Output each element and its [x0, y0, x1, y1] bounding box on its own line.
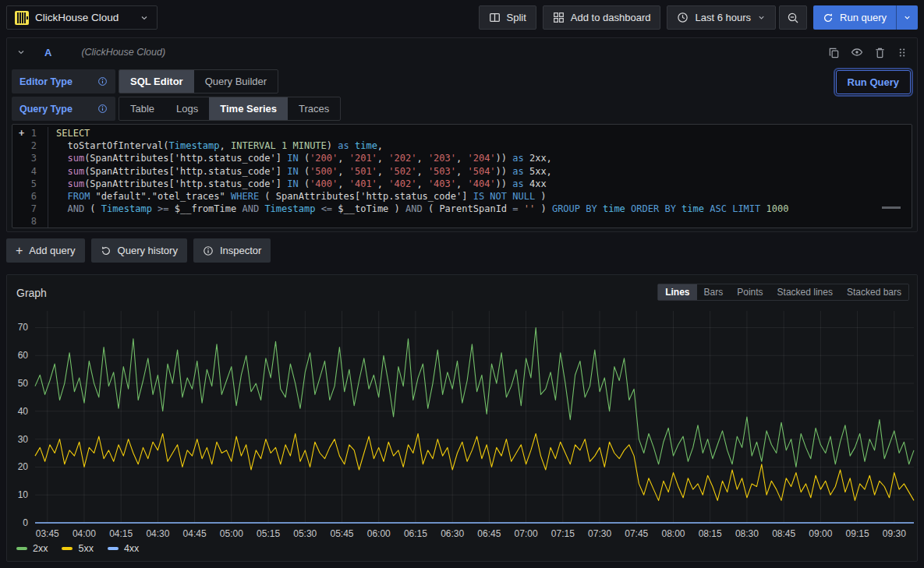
query-history-button[interactable]: Query history [91, 238, 187, 263]
time-series-chart[interactable]: 01020304050607003:4504:0004:1504:3004:45… [7, 275, 917, 561]
explore-page: ClickHouse Cloud Split Add to dashboard … [0, 0, 924, 568]
glyph-plus-icon[interactable]: + [19, 127, 24, 139]
chevron-down-icon [757, 13, 766, 22]
inspector-button[interactable]: Inspector [193, 238, 271, 263]
svg-text:05:45: 05:45 [330, 528, 353, 539]
query-type-row: Query Type TableLogsTime SeriesTraces [12, 97, 341, 121]
add-query-button[interactable]: + Add query [6, 238, 85, 263]
legend-swatch [108, 547, 119, 550]
clock-icon [677, 12, 689, 23]
svg-text:08:00: 08:00 [661, 528, 685, 539]
plus-icon: + [16, 245, 23, 257]
add-query-label: Add query [29, 245, 75, 256]
graph-panel: Graph LinesBarsPointsStacked linesStacke… [6, 274, 918, 562]
svg-text:05:00: 05:00 [220, 528, 243, 539]
inspector-label: Inspector [220, 245, 261, 256]
duplicate-icon[interactable] [828, 47, 840, 58]
sql-line-7[interactable]: 7 AND ( Timestamp >= $__fromTime AND Tim… [12, 203, 912, 215]
svg-text:07:15: 07:15 [551, 528, 575, 539]
query-row-actions [828, 46, 908, 58]
svg-text:06:45: 06:45 [477, 528, 501, 539]
info-circle-icon[interactable] [97, 104, 108, 114]
run-query-dropdown-button[interactable] [896, 5, 918, 30]
svg-text:07:00: 07:00 [515, 528, 538, 539]
info-circle-icon [203, 245, 214, 256]
query-datasource-hint: (ClickHouse Cloud) [81, 47, 165, 58]
sql-line-1[interactable]: +1SELECT [12, 127, 912, 139]
line-number: 4 [12, 165, 48, 178]
history-icon [101, 245, 112, 256]
legend-label: 4xx [124, 543, 139, 554]
svg-text:30: 30 [18, 434, 29, 445]
editor-type-row: Editor Type SQL EditorQuery Builder [12, 69, 278, 93]
svg-text:08:45: 08:45 [772, 528, 795, 539]
query-ref-id[interactable]: A [44, 47, 51, 58]
explore-actions: + Add query Query history Inspector [6, 238, 271, 263]
sql-line-2[interactable]: 2 toStartOfInterval(Timestamp, INTERVAL … [12, 139, 912, 152]
eye-icon[interactable] [851, 46, 863, 58]
editor-type-option-sql-editor[interactable]: SQL Editor [119, 70, 194, 93]
line-number: 2 [12, 139, 48, 152]
add-to-dashboard-label: Add to dashboard [571, 12, 651, 23]
editor-type-option-query-builder[interactable]: Query Builder [194, 70, 278, 93]
sql-line-4[interactable]: 4 sum(SpanAttributes['http.status_code']… [12, 165, 912, 178]
query-type-option-logs[interactable]: Logs [165, 97, 209, 120]
legend-label: 5xx [78, 543, 93, 554]
zoom-out-button[interactable] [779, 5, 807, 30]
line-number: 5 [12, 178, 48, 190]
legend-item-4xx[interactable]: 4xx [108, 543, 139, 554]
run-query-split-button: Run query [813, 5, 918, 30]
query-editor-card: A (ClickHouse Cloud) Editor Type SQL Edi… [6, 37, 918, 232]
time-picker-group: Last 6 hours [667, 5, 807, 30]
line-number: +1 [12, 127, 48, 139]
editor-type-label: Editor Type [12, 69, 115, 93]
clickhouse-logo-icon [15, 11, 29, 25]
svg-text:04:30: 04:30 [146, 528, 169, 539]
svg-text:09:30: 09:30 [883, 528, 906, 539]
horizontal-scrollbar[interactable] [882, 206, 901, 209]
svg-text:50: 50 [18, 378, 29, 389]
legend-item-2xx[interactable]: 2xx [16, 543, 48, 554]
sql-line-8[interactable]: 8 [12, 215, 912, 228]
trash-icon[interactable] [874, 47, 886, 58]
sql-line-6[interactable]: 6 FROM "default"."otel_traces" WHERE ( S… [12, 190, 912, 203]
line-number: 8 [12, 215, 48, 228]
query-type-label: Query Type [12, 97, 115, 121]
topbar: ClickHouse Cloud Split Add to dashboard … [0, 0, 924, 34]
chevron-down-icon [140, 13, 149, 23]
add-to-dashboard-button[interactable]: Add to dashboard [543, 5, 661, 30]
split-icon [489, 12, 501, 23]
line-number: 6 [12, 190, 48, 203]
datasource-label: ClickHouse Cloud [35, 12, 133, 23]
sql-code-lines: +1SELECT2 toStartOfInterval(Timestamp, I… [12, 125, 912, 228]
run-query-inline-button[interactable]: Run Query [836, 70, 911, 94]
collapse-chevron-icon[interactable] [16, 48, 26, 57]
query-type-options: TableLogsTime SeriesTraces [119, 97, 341, 121]
query-type-option-traces[interactable]: Traces [288, 97, 340, 120]
svg-text:08:30: 08:30 [735, 528, 759, 539]
run-query-button[interactable]: Run query [813, 5, 896, 30]
sync-icon [823, 12, 834, 23]
svg-text:07:30: 07:30 [588, 528, 611, 539]
datasource-picker[interactable]: ClickHouse Cloud [6, 5, 158, 30]
svg-text:70: 70 [18, 322, 29, 333]
time-range-button[interactable]: Last 6 hours [667, 5, 776, 30]
query-row-header: A (ClickHouse Cloud) [7, 38, 917, 66]
sql-code-editor[interactable]: +1SELECT2 toStartOfInterval(Timestamp, I… [12, 124, 912, 228]
split-button[interactable]: Split [479, 5, 536, 30]
legend-item-5xx[interactable]: 5xx [62, 543, 93, 554]
svg-text:05:30: 05:30 [293, 528, 317, 539]
drag-handle-icon[interactable] [897, 47, 908, 58]
svg-text:09:00: 09:00 [809, 528, 832, 539]
info-circle-icon[interactable] [97, 76, 108, 86]
query-type-option-time-series[interactable]: Time Series [209, 97, 288, 120]
sql-line-5[interactable]: 5 sum(SpanAttributes['http.status_code']… [12, 178, 912, 190]
line-number: 7 [12, 203, 48, 215]
line-number: 3 [12, 152, 48, 164]
query-type-option-table[interactable]: Table [119, 97, 165, 120]
legend-swatch [16, 547, 27, 550]
svg-text:40: 40 [18, 406, 29, 417]
legend-swatch [62, 547, 73, 550]
svg-text:06:15: 06:15 [404, 528, 427, 539]
sql-line-3[interactable]: 3 sum(SpanAttributes['http.status_code']… [12, 152, 912, 164]
